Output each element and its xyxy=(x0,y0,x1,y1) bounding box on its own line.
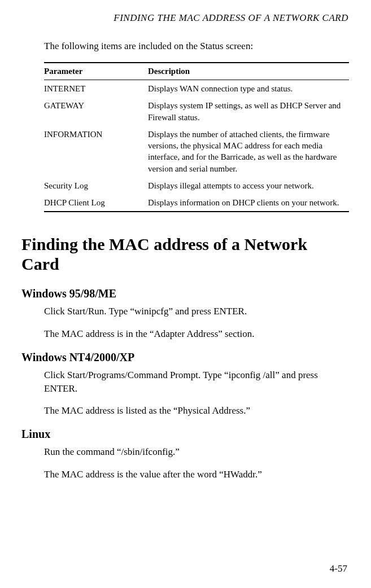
cell-desc: Displays the number of attached clients,… xyxy=(148,126,349,177)
cell-desc: Displays information on DHCP clients on … xyxy=(148,194,349,212)
section-heading: Finding the MAC address of a Network Car… xyxy=(21,235,348,274)
table-row: INTERNET Displays WAN connection type an… xyxy=(44,80,349,98)
table-row: Security Log Displays illegal attempts t… xyxy=(44,177,349,194)
body-paragraph: Click Start/Run. Type “winipcfg” and pre… xyxy=(44,305,348,318)
table-row: DHCP Client Log Displays information on … xyxy=(44,194,349,212)
page-number: 4-57 xyxy=(330,563,347,574)
col-header-parameter: Parameter xyxy=(44,63,148,80)
cell-desc: Displays illegal attempts to access your… xyxy=(148,177,349,194)
col-header-description: Description xyxy=(148,63,349,80)
body-paragraph: The MAC address is the value after the w… xyxy=(44,468,348,481)
body-paragraph: Click Start/Programs/Command Prompt. Typ… xyxy=(44,368,348,396)
running-header: FINDING THE MAC ADDRESS OF A NETWORK CAR… xyxy=(21,12,348,24)
body-paragraph: Run the command “/sbin/ifconfig.” xyxy=(44,445,348,459)
subsection-heading: Linux xyxy=(21,428,348,441)
parameter-table: Parameter Description INTERNET Displays … xyxy=(44,62,349,212)
cell-param: Security Log xyxy=(44,177,148,194)
table-row: GATEWAY Displays system IP settings, as … xyxy=(44,97,349,126)
cell-desc: Displays system IP settings, as well as … xyxy=(148,97,349,126)
subsection-heading: Windows 95/98/ME xyxy=(21,287,348,300)
subsection-heading: Windows NT4/2000/XP xyxy=(21,351,348,364)
body-paragraph: The MAC address is in the “Adapter Addre… xyxy=(44,327,348,341)
cell-param: GATEWAY xyxy=(44,97,148,126)
table-row: INFORMATION Displays the number of attac… xyxy=(44,126,349,177)
cell-param: INTERNET xyxy=(44,80,148,98)
body-paragraph: The MAC address is listed as the “Physic… xyxy=(44,404,348,418)
cell-param: INFORMATION xyxy=(44,126,148,177)
cell-param: DHCP Client Log xyxy=(44,194,148,212)
cell-desc: Displays WAN connection type and status. xyxy=(148,80,349,98)
intro-text: The following items are included on the … xyxy=(44,41,348,52)
